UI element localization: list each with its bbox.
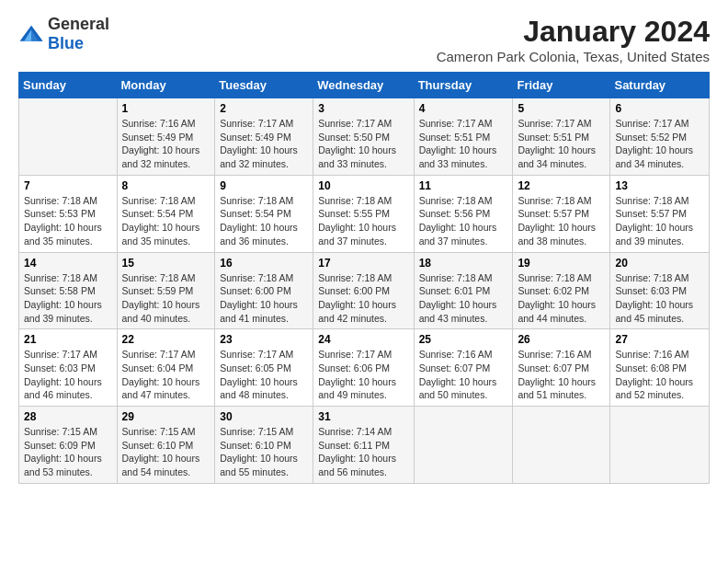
day-info: Sunrise: 7:18 AMSunset: 5:57 PMDaylight:… [615, 194, 704, 248]
day-number: 5 [518, 102, 605, 115]
header-wednesday: Wednesday [313, 73, 414, 98]
header-thursday: Thursday [414, 73, 513, 98]
calendar-cell: 4Sunrise: 7:17 AMSunset: 5:51 PMDaylight… [414, 98, 513, 176]
day-number: 11 [419, 179, 508, 192]
day-number: 10 [318, 179, 408, 192]
main-title: January 2024 [437, 15, 710, 49]
daylight-text: Daylight: 10 hoursand 39 minutes. [24, 299, 102, 324]
day-info: Sunrise: 7:18 AMSunset: 5:54 PMDaylight:… [122, 194, 210, 248]
calendar-cell: 8Sunrise: 7:18 AMSunset: 5:54 PMDaylight… [117, 175, 215, 252]
day-info: Sunrise: 7:18 AMSunset: 5:54 PMDaylight:… [220, 194, 308, 248]
day-number: 31 [318, 410, 408, 423]
sunrise-text: Sunrise: 7:16 AM [518, 349, 591, 360]
header-row: SundayMondayTuesdayWednesdayThursdayFrid… [19, 73, 710, 98]
calendar-cell: 26Sunrise: 7:16 AMSunset: 6:07 PMDayligh… [513, 329, 610, 407]
sunset-text: Sunset: 6:03 PM [615, 285, 687, 296]
title-area: January 2024 Cameron Park Colonia, Texas… [437, 15, 710, 64]
day-number: 9 [220, 179, 308, 192]
sunrise-text: Sunrise: 7:18 AM [615, 272, 688, 283]
daylight-text: Daylight: 10 hoursand 46 minutes. [24, 376, 102, 401]
calendar-cell: 25Sunrise: 7:16 AMSunset: 6:07 PMDayligh… [414, 329, 513, 407]
day-info: Sunrise: 7:15 AMSunset: 6:10 PMDaylight:… [220, 425, 308, 479]
sunset-text: Sunset: 5:54 PM [122, 208, 194, 219]
calendar-cell [19, 98, 118, 176]
sunset-text: Sunset: 6:06 PM [318, 362, 390, 373]
day-number: 25 [419, 333, 508, 346]
sunrise-text: Sunrise: 7:18 AM [419, 272, 493, 283]
daylight-text: Daylight: 10 hoursand 35 minutes. [122, 222, 200, 247]
day-info: Sunrise: 7:18 AMSunset: 6:00 PMDaylight:… [220, 271, 308, 326]
calendar-row-4: 28Sunrise: 7:15 AMSunset: 6:09 PMDayligh… [19, 407, 710, 484]
calendar-cell [513, 407, 610, 484]
calendar-cell [610, 407, 710, 484]
day-info: Sunrise: 7:17 AMSunset: 6:06 PMDaylight:… [318, 348, 408, 402]
calendar-row-1: 7Sunrise: 7:18 AMSunset: 5:53 PMDaylight… [19, 175, 710, 252]
day-info: Sunrise: 7:18 AMSunset: 6:03 PMDaylight:… [615, 271, 704, 326]
daylight-text: Daylight: 10 hoursand 32 minutes. [220, 144, 298, 169]
sunset-text: Sunset: 5:49 PM [220, 132, 291, 143]
calendar-cell: 17Sunrise: 7:18 AMSunset: 6:00 PMDayligh… [313, 252, 414, 329]
sunrise-text: Sunrise: 7:16 AM [122, 118, 196, 129]
daylight-text: Daylight: 10 hoursand 48 minutes. [220, 376, 298, 401]
daylight-text: Daylight: 10 hoursand 54 minutes. [122, 453, 200, 477]
sunset-text: Sunset: 6:07 PM [518, 362, 589, 373]
day-number: 24 [318, 333, 408, 346]
calendar-row-3: 21Sunrise: 7:17 AMSunset: 6:03 PMDayligh… [19, 329, 710, 407]
logo-general: General [48, 15, 109, 33]
calendar-cell: 14Sunrise: 7:18 AMSunset: 5:58 PMDayligh… [19, 252, 118, 329]
calendar-cell: 12Sunrise: 7:18 AMSunset: 5:57 PMDayligh… [513, 175, 610, 252]
sunset-text: Sunset: 6:10 PM [220, 440, 291, 451]
day-info: Sunrise: 7:16 AMSunset: 6:07 PMDaylight:… [518, 348, 605, 402]
daylight-text: Daylight: 10 hoursand 55 minutes. [220, 453, 298, 477]
daylight-text: Daylight: 10 hoursand 32 minutes. [122, 144, 200, 169]
daylight-text: Daylight: 10 hoursand 33 minutes. [318, 144, 396, 169]
sunset-text: Sunset: 6:10 PM [122, 440, 194, 451]
day-info: Sunrise: 7:18 AMSunset: 6:02 PMDaylight:… [518, 271, 605, 326]
day-info: Sunrise: 7:17 AMSunset: 6:03 PMDaylight:… [24, 348, 112, 402]
day-info: Sunrise: 7:16 AMSunset: 6:07 PMDaylight:… [419, 348, 508, 402]
sunrise-text: Sunrise: 7:18 AM [24, 195, 97, 206]
calendar-cell [414, 407, 513, 484]
calendar-cell: 2Sunrise: 7:17 AMSunset: 5:49 PMDaylight… [215, 98, 313, 176]
sunset-text: Sunset: 5:51 PM [518, 132, 589, 143]
day-info: Sunrise: 7:18 AMSunset: 6:00 PMDaylight:… [318, 271, 408, 326]
sunrise-text: Sunrise: 7:15 AM [24, 426, 97, 437]
day-info: Sunrise: 7:17 AMSunset: 5:50 PMDaylight:… [318, 117, 408, 171]
calendar-cell: 11Sunrise: 7:18 AMSunset: 5:56 PMDayligh… [414, 175, 513, 252]
daylight-text: Daylight: 10 hoursand 39 minutes. [615, 222, 693, 247]
day-info: Sunrise: 7:17 AMSunset: 5:49 PMDaylight:… [220, 117, 308, 171]
calendar-row-2: 14Sunrise: 7:18 AMSunset: 5:58 PMDayligh… [19, 252, 710, 329]
sunrise-text: Sunrise: 7:16 AM [615, 349, 688, 360]
day-info: Sunrise: 7:18 AMSunset: 5:53 PMDaylight:… [24, 194, 112, 248]
daylight-text: Daylight: 10 hoursand 36 minutes. [220, 222, 298, 247]
header-saturday: Saturday [610, 73, 710, 98]
sunset-text: Sunset: 6:00 PM [220, 285, 291, 296]
day-number: 12 [518, 179, 605, 192]
logo-text: General Blue [48, 15, 109, 53]
day-number: 16 [220, 257, 308, 270]
sunset-text: Sunset: 6:01 PM [419, 285, 491, 296]
day-number: 4 [419, 102, 508, 115]
sunrise-text: Sunrise: 7:17 AM [122, 349, 196, 360]
day-number: 28 [24, 410, 112, 423]
day-info: Sunrise: 7:18 AMSunset: 5:56 PMDaylight:… [419, 194, 508, 248]
day-number: 8 [122, 179, 210, 192]
day-number: 7 [24, 179, 112, 192]
sunrise-text: Sunrise: 7:17 AM [419, 118, 493, 129]
calendar-cell: 23Sunrise: 7:17 AMSunset: 6:05 PMDayligh… [215, 329, 313, 407]
day-number: 26 [518, 333, 605, 346]
sunset-text: Sunset: 6:02 PM [518, 285, 589, 296]
calendar-cell: 20Sunrise: 7:18 AMSunset: 6:03 PMDayligh… [610, 252, 710, 329]
day-info: Sunrise: 7:18 AMSunset: 5:58 PMDaylight:… [24, 271, 112, 326]
sunrise-text: Sunrise: 7:14 AM [318, 426, 392, 437]
day-number: 27 [615, 333, 704, 346]
day-info: Sunrise: 7:15 AMSunset: 6:09 PMDaylight:… [24, 425, 112, 479]
day-info: Sunrise: 7:17 AMSunset: 5:52 PMDaylight:… [615, 117, 704, 171]
day-number: 29 [122, 410, 210, 423]
sunset-text: Sunset: 5:53 PM [24, 208, 96, 219]
calendar-cell: 5Sunrise: 7:17 AMSunset: 5:51 PMDaylight… [513, 98, 610, 176]
daylight-text: Daylight: 10 hoursand 42 minutes. [318, 299, 396, 324]
sunset-text: Sunset: 5:59 PM [122, 285, 194, 296]
calendar-cell: 30Sunrise: 7:15 AMSunset: 6:10 PMDayligh… [215, 407, 313, 484]
sunset-text: Sunset: 5:56 PM [419, 208, 491, 219]
